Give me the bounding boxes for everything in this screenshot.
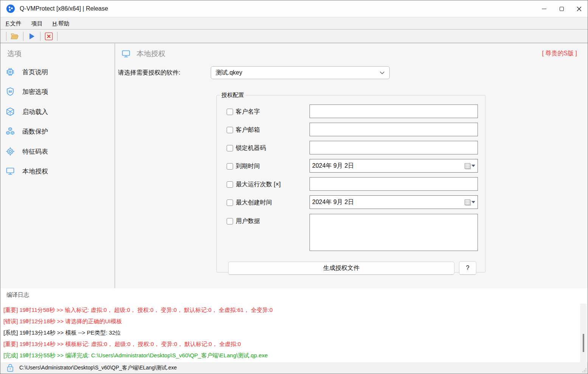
- sidebar-item-signature[interactable]: 特征码表: [5, 144, 48, 159]
- chip-icon: [5, 67, 16, 77]
- sidebar-item-home[interactable]: 首页说明: [5, 64, 48, 79]
- cubes-icon: [5, 126, 16, 137]
- cube-icon: [5, 106, 16, 117]
- menu-project[interactable]: 项目: [31, 20, 43, 27]
- log-line: [重要] 19时13分14秒 >> 模板标记: 虚拟:0， 超级:0， 授权:0…: [3, 338, 578, 350]
- expire-time-checkbox[interactable]: [227, 163, 233, 170]
- lock-icon: [6, 363, 14, 372]
- customer-name-checkbox[interactable]: [227, 109, 233, 115]
- generate-license-button[interactable]: 生成授权文件: [228, 262, 454, 275]
- sidebar-item-label: 函数保护: [22, 127, 48, 136]
- auth-config-group: 授权配置 客户名字 客户邮箱 锁定机器码 到: [216, 92, 485, 273]
- calendar-icon: [465, 199, 470, 205]
- maximize-button[interactable]: [553, 0, 570, 17]
- machine-code-row: 锁定机器码: [227, 144, 266, 152]
- auth-config-title: 授权配置: [220, 92, 246, 99]
- app-logo-icon: [6, 4, 15, 13]
- minimize-icon: [542, 9, 546, 9]
- customer-email-row: 客户邮箱: [227, 126, 260, 134]
- expire-time-datepicker[interactable]: 2024年 9月 2日: [310, 159, 478, 173]
- sidebar: 选项 首页说明 加密选项: [0, 44, 115, 288]
- log-scrollbar-thumb[interactable]: [583, 334, 584, 352]
- chevron-down-icon: [380, 71, 385, 75]
- software-select-row: 请选择需要授权的软件: 测试.qkey: [118, 66, 588, 79]
- machine-code-checkbox[interactable]: [227, 145, 233, 151]
- max-run-count-checkbox[interactable]: [227, 181, 233, 188]
- max-create-time-checkbox[interactable]: [227, 199, 233, 206]
- target-icon: [5, 146, 16, 157]
- customer-email-checkbox[interactable]: [227, 127, 233, 133]
- toolbar-separator: [6, 32, 6, 41]
- compile-log-panel: 编译日志 [重要] 19时11分58秒 >> 输入标记: 虚拟:0， 超级:0，…: [0, 288, 588, 363]
- status-bar: C:\Users\Administrator\Desktop\S_v60\QP_…: [0, 362, 588, 374]
- customer-name-input[interactable]: [310, 104, 478, 118]
- maximize-icon: [560, 7, 564, 11]
- compile-log-title: 编译日志: [6, 291, 29, 299]
- open-project-button[interactable]: [9, 31, 20, 42]
- max-create-time-datepicker[interactable]: 2024年 9月 2日: [310, 195, 478, 209]
- window-title: Q-VMProtect [x86/x64] | Release: [20, 5, 108, 12]
- sidebar-item-label: 本地授权: [22, 167, 48, 176]
- open-folder-icon: [10, 33, 19, 40]
- cancel-icon: [45, 32, 53, 41]
- main-body: 选项 首页说明 加密选项: [0, 44, 588, 288]
- log-line: [系统] 19时13分14秒 >> 模板 --> PE类型: 32位: [3, 327, 578, 338]
- user-data-row: 用户数据: [227, 217, 260, 225]
- sidebar-item-loader[interactable]: 启动载入: [5, 104, 48, 119]
- menu-help[interactable]: H.帮助: [53, 20, 70, 27]
- resize-grip[interactable]: [582, 368, 587, 373]
- user-data-textarea[interactable]: [310, 214, 478, 251]
- max-create-time-row: 最大创建时间: [227, 199, 272, 207]
- content-panel: 本地授权 [ 尊贵的S版 ] 请选择需要授权的软件: 测试.qkey 授权配置 …: [115, 44, 588, 288]
- close-button[interactable]: [570, 0, 588, 17]
- dropdown-arrow-icon: [471, 201, 475, 203]
- sidebar-item-license[interactable]: 本地授权: [5, 164, 48, 179]
- expire-time-row: 到期时间: [227, 162, 260, 170]
- max-run-count-input[interactable]: [310, 177, 478, 191]
- sidebar-item-label: 首页说明: [22, 68, 48, 76]
- software-select-value: 测试.qkey: [216, 69, 242, 77]
- run-icon: [28, 33, 35, 40]
- menu-file[interactable]: F.文件: [6, 20, 22, 27]
- minimize-button[interactable]: [535, 0, 553, 17]
- log-scrollbar[interactable]: [580, 304, 587, 362]
- run-button[interactable]: [26, 31, 37, 42]
- help-button[interactable]: ?: [459, 261, 476, 275]
- menu-bar: F.文件 项目 H.帮助: [0, 18, 588, 30]
- calendar-icon: [465, 163, 470, 169]
- toolbar-separator: [40, 32, 40, 41]
- sidebar-item-label: 特征码表: [22, 147, 48, 156]
- sidebar-item-label: 启动载入: [22, 108, 48, 116]
- log-line: [重要] 19时11分58秒 >> 输入标记: 虚拟:0， 超级:0， 授权:0…: [3, 304, 578, 316]
- monitor-icon: [5, 166, 16, 176]
- page-title: 本地授权: [137, 49, 165, 59]
- tool-bar: [0, 30, 588, 43]
- sidebar-item-label: 加密选项: [22, 87, 48, 96]
- edition-badge: [ 尊贵的S版 ]: [542, 50, 577, 58]
- monitor-icon: [121, 49, 131, 59]
- user-data-checkbox[interactable]: [227, 218, 233, 224]
- software-select-label: 请选择需要授权的软件:: [118, 69, 180, 77]
- software-select-dropdown[interactable]: 测试.qkey: [211, 66, 390, 79]
- log-line: [错误] 19时12分18秒 >> 请选择的正确的UI模板: [3, 316, 578, 327]
- dropdown-arrow-icon: [471, 165, 475, 167]
- page-header: 本地授权: [121, 49, 165, 59]
- toolbar-separator: [57, 32, 58, 41]
- close-icon: [577, 6, 582, 11]
- sidebar-header: 选项: [7, 49, 22, 59]
- customer-name-row: 客户名字: [227, 108, 260, 116]
- status-file-path: C:\Users\Administrator\Desktop\S_v60\QP_…: [19, 365, 177, 371]
- log-line: [完成] 19时13分55秒 >> 编译完成: C:\Users\Adminis…: [3, 350, 578, 361]
- sidebar-item-function[interactable]: 函数保护: [5, 124, 48, 139]
- title-bar: Q-VMProtect [x86/x64] | Release: [0, 0, 588, 17]
- app-window: Q-VMProtect [x86/x64] | Release F.文件 项目 …: [0, 0, 588, 374]
- compile-log-lines: [重要] 19时11分58秒 >> 输入标记: 虚拟:0， 超级:0， 授权:0…: [3, 304, 578, 361]
- max-run-count-row: 最大运行次数 [×]: [227, 181, 281, 189]
- machine-code-input[interactable]: [310, 141, 478, 154]
- customer-email-input[interactable]: [310, 123, 478, 136]
- toolbar-separator: [23, 32, 23, 41]
- shield-hash-icon: [5, 86, 16, 97]
- sidebar-item-encrypt[interactable]: 加密选项: [5, 84, 48, 99]
- cancel-button[interactable]: [43, 31, 54, 42]
